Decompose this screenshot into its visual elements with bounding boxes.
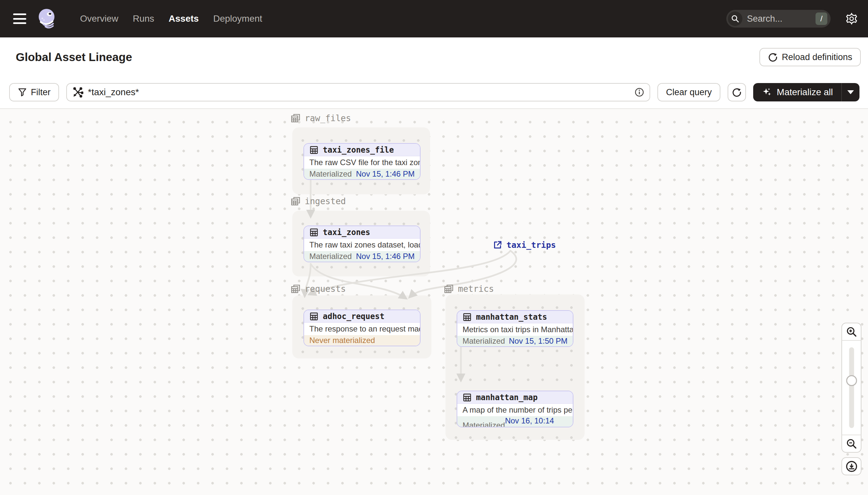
group-label-raw-files[interactable]: raw_files xyxy=(290,112,351,125)
lineage-canvas[interactable]: raw_files ingested requests xyxy=(0,109,868,495)
zoom-out-button[interactable] xyxy=(842,434,862,453)
table-icon xyxy=(463,393,472,402)
asset-description: A map of the number of trips per taxi z.… xyxy=(457,404,573,416)
external-asset-taxi-trips[interactable]: taxi_trips xyxy=(493,239,556,251)
zoom-out-icon xyxy=(846,438,857,449)
zoom-in-button[interactable] xyxy=(842,323,862,341)
table-icon xyxy=(309,312,319,321)
table-group-icon xyxy=(444,284,454,294)
nav-links: Overview Runs Assets Deployment xyxy=(80,14,262,24)
asset-query-field[interactable] xyxy=(66,83,650,101)
table-group-icon xyxy=(290,284,301,294)
info-icon[interactable] xyxy=(634,87,644,97)
global-search[interactable]: / xyxy=(726,10,831,28)
asset-node-taxi-zones-file[interactable]: taxi_zones_file The raw CSV file for the… xyxy=(303,143,421,180)
table-icon xyxy=(463,312,472,322)
nav-item-overview[interactable]: Overview xyxy=(80,14,119,24)
status-label: Materialized xyxy=(463,421,505,427)
asset-status-row: Never materialized xyxy=(304,335,420,346)
asset-status-row: Materialized Nov 16, 10:14 AM xyxy=(457,416,573,427)
zoom-slider-track[interactable] xyxy=(849,347,854,428)
search-shortcut-badge: / xyxy=(816,13,827,25)
refresh-icon xyxy=(732,87,742,97)
asset-description: The raw taxi zones dataset, loaded int..… xyxy=(304,239,420,251)
external-link-icon xyxy=(493,240,502,250)
asset-status-row: Materialized Nov 15, 1:46 PM xyxy=(304,169,420,179)
zoom-slider-handle[interactable] xyxy=(846,375,857,386)
table-icon xyxy=(309,228,319,237)
asset-status-row: Materialized Nov 15, 1:46 PM xyxy=(304,251,420,262)
status-label: Never materialized xyxy=(309,336,375,345)
materialize-all-split-button: Materialize all xyxy=(753,83,860,101)
table-group-icon xyxy=(290,113,301,123)
search-input[interactable] xyxy=(742,14,816,24)
asset-query-input[interactable] xyxy=(88,87,630,98)
download-icon xyxy=(846,461,857,472)
group-label-requests[interactable]: requests xyxy=(290,282,346,295)
asset-description: The raw CSV file for the taxi zones dat.… xyxy=(304,156,420,169)
status-label: Materialized xyxy=(309,252,352,261)
asset-name: adhoc_request xyxy=(323,312,385,321)
zoom-in-icon xyxy=(846,326,857,338)
asset-name: taxi_zones_file xyxy=(323,146,394,155)
download-view-button[interactable] xyxy=(842,457,862,475)
lineage-toolbar: Filter Clear query xyxy=(0,83,868,101)
group-label-metrics[interactable]: metrics xyxy=(444,282,494,295)
clear-query-button[interactable]: Clear query xyxy=(657,83,720,101)
asset-description: Metrics on taxi trips in Manhattan xyxy=(457,323,573,336)
group-label-ingested[interactable]: ingested xyxy=(290,195,346,208)
nav-item-deployment[interactable]: Deployment xyxy=(213,14,262,24)
materialize-all-button[interactable]: Materialize all xyxy=(753,83,842,101)
lineage-graph-icon xyxy=(72,87,83,98)
asset-name: taxi_zones xyxy=(323,228,370,237)
refresh-graph-button[interactable] xyxy=(728,83,746,101)
materialize-options-dropdown[interactable] xyxy=(842,83,860,101)
top-nav-bar: Overview Runs Assets Deployment / xyxy=(0,0,868,37)
asset-node-manhattan-map[interactable]: manhattan_map A map of the number of tri… xyxy=(457,391,573,427)
page-header: Global Asset Lineage Reload definitions … xyxy=(0,37,868,109)
page-title: Global Asset Lineage xyxy=(16,51,132,64)
sparkle-icon xyxy=(762,87,772,98)
search-icon xyxy=(728,12,742,26)
table-icon xyxy=(309,146,319,155)
chevron-down-icon xyxy=(847,90,854,94)
status-timestamp[interactable]: Nov 16, 10:14 AM xyxy=(505,416,568,427)
status-timestamp[interactable]: Nov 15, 1:46 PM xyxy=(356,252,415,261)
status-label: Materialized xyxy=(463,337,505,346)
asset-node-adhoc-request[interactable]: adhoc_request The response to an request… xyxy=(303,309,421,346)
nav-item-runs[interactable]: Runs xyxy=(133,14,154,24)
refresh-icon xyxy=(768,52,778,62)
menu-icon[interactable] xyxy=(13,14,26,24)
asset-description: The response to an request made in th... xyxy=(304,323,420,335)
funnel-icon xyxy=(18,88,27,97)
status-label: Materialized xyxy=(309,169,352,178)
zoom-controls xyxy=(842,323,862,475)
status-timestamp[interactable]: Nov 15, 1:46 PM xyxy=(356,169,415,178)
nav-item-assets[interactable]: Assets xyxy=(169,14,199,24)
filter-button[interactable]: Filter xyxy=(9,83,59,101)
asset-status-row: Materialized Nov 15, 1:50 PM xyxy=(457,336,573,346)
asset-node-taxi-zones[interactable]: taxi_zones The raw taxi zones dataset, l… xyxy=(303,225,421,262)
asset-name: manhattan_stats xyxy=(476,312,547,322)
zoom-slider[interactable] xyxy=(842,340,862,435)
dagster-logo-icon[interactable] xyxy=(37,7,57,30)
asset-node-manhattan-stats[interactable]: manhattan_stats Metrics on taxi trips in… xyxy=(457,310,573,347)
lineage-edges xyxy=(0,109,868,495)
settings-gear-icon[interactable] xyxy=(844,12,859,26)
status-timestamp[interactable]: Nov 15, 1:50 PM xyxy=(509,337,568,346)
table-group-icon xyxy=(290,196,301,206)
reload-definitions-button[interactable]: Reload definitions xyxy=(759,48,861,66)
asset-name: manhattan_map xyxy=(476,393,538,402)
